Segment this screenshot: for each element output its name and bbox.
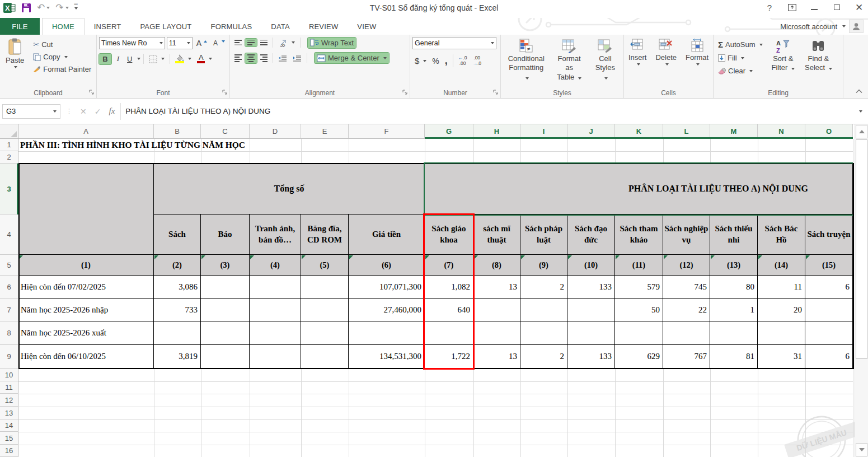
format-painter-button[interactable]: Format Painter [31,64,93,74]
cell-H7[interactable] [473,299,520,321]
fill-color-button[interactable] [173,53,194,64]
paste-button[interactable]: Paste [2,37,27,74]
tab-home[interactable]: HOME [42,18,85,35]
borders-button[interactable] [147,54,167,64]
cell-I6[interactable]: 2 [520,276,567,299]
cell-D5[interactable]: (4) [250,255,301,276]
cell-J6[interactable]: 133 [567,276,615,299]
row-header-8[interactable]: 8 [0,321,18,345]
cell-F9[interactable]: 134,531,300 [349,345,425,369]
number-format-combo[interactable]: General [412,37,496,49]
row-header-15[interactable]: 15 [0,432,18,445]
cell-C9[interactable] [201,345,250,369]
minimize-button[interactable] [809,1,820,13]
delete-button[interactable]: Delete [652,37,680,88]
comma-button[interactable]: , [443,54,450,68]
tab-formulas[interactable]: FORMULAS [201,18,261,35]
cell-O5[interactable]: (15) [805,255,853,276]
cut-button[interactable]: ✂Cut [31,39,93,50]
row-header-2[interactable]: 2 [0,151,18,164]
cell-L9[interactable]: 767 [663,345,710,369]
cell-B6[interactable]: 3,086 [154,276,201,299]
cell-B5[interactable]: (2) [154,255,201,276]
column-header-D[interactable]: D [250,124,301,139]
cell-L5[interactable]: (12) [663,255,710,276]
cell-L4[interactable]: Sách nghiệp vụ [663,214,710,255]
scroll-up-icon[interactable] [856,125,867,138]
cell-N8[interactable] [758,321,805,345]
middle-align-button[interactable] [245,39,257,46]
bottom-align-button[interactable] [258,39,270,46]
top-align-button[interactable] [232,39,244,46]
help-icon[interactable]: ? [764,1,775,13]
name-box[interactable]: G3 [2,104,60,119]
column-header-I[interactable]: I [520,124,567,139]
cell-C8[interactable] [201,321,250,345]
cell-F7[interactable]: 27,460,000 [349,299,425,321]
cell-A5[interactable]: (1) [18,255,154,276]
column-header-B[interactable]: B [154,124,201,139]
cell-A9[interactable]: Hiện còn đến 06/10/2025 [18,345,154,369]
cell-D8[interactable] [250,321,301,345]
merge-center-button[interactable]: Merge & Center [315,53,389,63]
cell-K7[interactable]: 50 [615,299,663,321]
cell-I4[interactable]: Sách pháp luật [520,214,567,255]
row-header-12[interactable]: 12 [0,394,18,407]
cell-K4[interactable]: Sách tham khảo [615,214,663,255]
cell-B7[interactable]: 733 [154,299,201,321]
increase-font-icon[interactable]: A [194,38,209,49]
cell-A3[interactable] [18,164,154,255]
cell-N4[interactable]: Sách Bác Hồ [758,214,805,255]
tab-insert[interactable]: INSERT [85,18,131,35]
column-header-K[interactable]: K [615,124,663,139]
cell-E4[interactable]: Băng đĩa, CD ROM [301,214,349,255]
row-header-7[interactable]: 7 [0,299,18,321]
cell-H9[interactable]: 13 [473,345,520,369]
row-header-1[interactable]: 1 [0,139,18,151]
save-icon[interactable] [21,3,31,13]
format-as-table-button[interactable]: Format asTable [551,37,588,88]
cell-E9[interactable] [301,345,349,369]
cell-G3[interactable]: PHÂN LOẠI TÀI LIỆU THEO A) NỘI DUNG [425,164,853,214]
account-area[interactable]: Microsoft account [780,20,864,33]
font-color-button[interactable]: A [195,53,214,64]
cell-H6[interactable]: 13 [473,276,520,299]
alignment-dialog-launcher-icon[interactable] [402,89,408,97]
font-name-combo[interactable]: Times New Ro [99,37,165,49]
cell-F4[interactable]: Giá tiền [349,214,425,255]
tab-data[interactable]: DATA [261,18,299,35]
cell-A7[interactable]: Năm học 2025-2026 nhập [18,299,154,321]
cell-O7[interactable] [805,299,853,321]
wrap-text-button[interactable]: Wrap Text [308,38,356,48]
cell-G8[interactable] [425,321,473,345]
cell-I5[interactable]: (9) [520,255,567,276]
cell-H5[interactable]: (8) [473,255,520,276]
bold-button[interactable]: B [99,54,111,64]
percent-button[interactable]: % [430,55,441,67]
cell-G4[interactable]: Sách giáo khoa [425,214,473,255]
cell-M6[interactable]: 80 [710,276,758,299]
find-select-button[interactable]: Find &Select [801,37,836,88]
clipboard-dialog-launcher-icon[interactable] [89,89,95,97]
cell-J4[interactable]: Sách đạo đức [567,214,615,255]
autosum-button[interactable]: ΣAutoSum [716,39,765,50]
cell-E7[interactable] [301,299,349,321]
clear-button[interactable]: Clear [716,66,765,76]
row-header-10[interactable]: 10 [0,369,18,381]
cell-A8[interactable]: Năm học 2025-2026 xuất [18,321,154,345]
fill-button[interactable]: Fill [716,53,765,63]
undo-button[interactable]: ↶ [37,2,50,13]
cancel-entry-icon[interactable]: ✕ [80,107,87,116]
cell-B9[interactable]: 3,819 [154,345,201,369]
tab-view[interactable]: VIEW [348,18,386,35]
column-header-C[interactable]: C [201,124,250,139]
cell-A1[interactable]: PHẦN III: TÌNH HÌNH KHO TÀI LIỆU TỪNG NĂ… [20,139,501,151]
cell-M5[interactable]: (13) [710,255,758,276]
redo-button[interactable]: ↷ [55,2,68,13]
cell-G6[interactable]: 1,082 [425,276,473,299]
cell-L6[interactable]: 745 [663,276,710,299]
increase-indent-button[interactable] [290,54,304,63]
conditional-formatting-button[interactable]: ≠ ConditionalFormatting [503,37,550,88]
column-header-L[interactable]: L [663,124,710,139]
cell-O4[interactable]: Sách truyện [805,214,853,255]
